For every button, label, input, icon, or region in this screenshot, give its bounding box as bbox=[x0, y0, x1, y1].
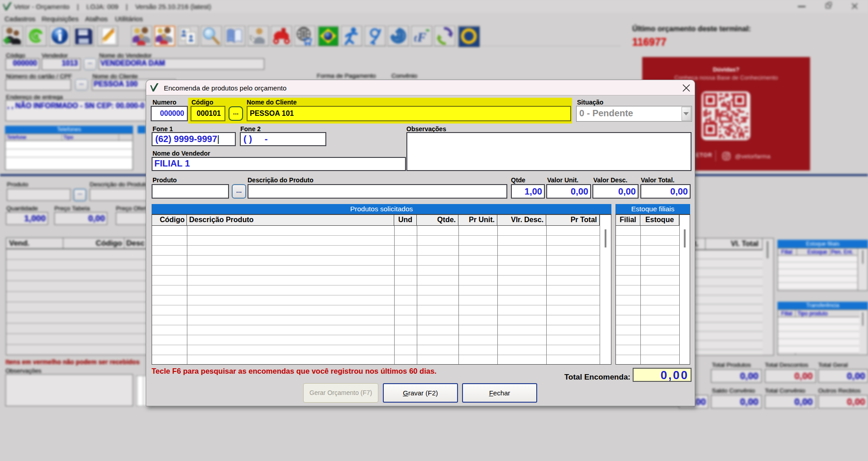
svg-text:F: F bbox=[417, 29, 426, 44]
